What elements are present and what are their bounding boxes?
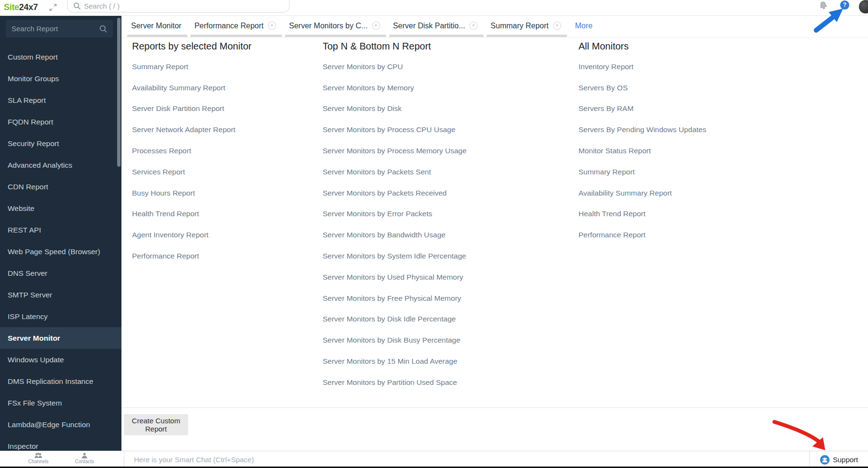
sidebar-item[interactable]: DMS Replication Instance [0,370,121,392]
sidebar-item[interactable]: FQDN Report [0,111,121,133]
sidebar-item[interactable]: SMTP Server [0,284,121,306]
report-link[interactable]: Availability Summary Report [579,183,706,204]
notification-bell-icon[interactable] [818,0,829,11]
sidebar-item[interactable]: Custom Report [0,46,121,68]
sidebar-item[interactable]: SLA Report [0,89,121,111]
sidebar-item-label: ISP Latency [8,312,48,321]
report-link[interactable]: Server Monitors by Disk Busy Percentage [323,330,467,351]
bottom-bar: Channels Contacts Support [0,451,868,468]
global-search-input[interactable] [84,0,276,11]
sidebar-item[interactable]: Inspector [0,435,121,451]
report-link[interactable]: Performance Report [579,224,706,246]
report-link[interactable]: Monitor Status Report [579,140,706,161]
sidebar-search-box [6,20,113,37]
sidebar-item-label: Security Report [8,139,59,148]
sidebar-item[interactable]: Security Report [0,133,121,154]
create-custom-report-button[interactable]: Create Custom Report [124,414,188,435]
report-link[interactable]: Server Monitors by Bandwidth Usage [323,224,467,246]
help-icon[interactable]: ? [840,0,849,10]
report-link[interactable]: Server Monitors by Partition Used Space [323,372,467,393]
column-title: Reports by selected Monitor [132,41,252,52]
report-link[interactable]: Performance Report [132,246,252,267]
column-title: All Monitors [579,41,706,52]
report-link[interactable]: Server Monitors by Disk [323,99,467,120]
report-tab[interactable]: Server Monitor [127,16,187,37]
user-avatar[interactable] [859,0,868,13]
tab-close-icon[interactable]: ✕ [372,22,380,30]
contacts-label: Contacts [75,459,94,464]
report-link[interactable]: Inventory Report [579,56,706,77]
column-title: Top N & Bottom N Report [323,41,467,52]
sidebar-item-label: FSx File System [8,399,62,407]
report-tab[interactable]: Server Monitors by C... ✕ [285,16,386,37]
report-link[interactable]: Server Monitors by Disk Idle Percentage [323,309,467,330]
report-link[interactable]: Busy Hours Report [132,183,252,204]
sidebar-item[interactable]: DNS Server [0,262,121,284]
sidebar-item-label: Monitor Groups [8,74,59,83]
report-link[interactable]: Server Monitors by System Idle Percentag… [323,246,467,267]
report-link[interactable]: Server Monitors by Used Physical Memory [323,267,467,288]
contacts-shortcut[interactable]: Contacts [69,452,100,464]
smart-chat-bar [124,451,810,468]
report-link[interactable]: Availability Summary Report [132,77,252,99]
report-link[interactable]: Server Monitors by Free Physical Memory [323,288,467,309]
smart-chat-input[interactable] [134,456,776,464]
sidebar-item[interactable]: Web Page Speed (Browser) [0,241,121,262]
logo-text-green: Site [4,2,19,12]
tab-close-icon[interactable]: ✕ [553,22,561,30]
report-link[interactable]: Health Trend Report [579,204,706,225]
report-link[interactable]: Summary Report [132,56,252,77]
report-link[interactable]: Server Disk Partition Report [132,99,252,120]
support-headset-icon [820,455,830,465]
sidebar-item[interactable]: Advanced Analytics [0,154,121,176]
channels-label: Channels [28,459,48,464]
report-tab[interactable]: Performance Report ✕ [191,16,282,37]
report-link[interactable]: Health Trend Report [132,204,252,225]
report-link[interactable]: Servers By RAM [579,99,706,120]
sidebar-item[interactable]: Website [0,197,121,219]
report-link[interactable]: Server Monitors by 15 Min Load Average [323,351,467,372]
report-link[interactable]: Server Monitors by Memory [323,77,467,99]
report-link[interactable]: Agent Inventory Report [132,224,252,246]
support-button[interactable]: Support [810,451,868,468]
channels-shortcut[interactable]: Channels [23,452,54,464]
report-tab[interactable]: Summary Report ✕ [487,16,567,37]
report-link[interactable]: Server Monitors by Packets Received [323,183,467,204]
logo-text-dark: 24x7 [19,2,38,12]
sidebar-item[interactable]: Monitor Groups [0,68,121,89]
site24x7-logo[interactable]: Site24x7 [4,2,38,12]
report-link[interactable]: Services Report [132,161,252,183]
sidebar-item[interactable]: Server Monitor [0,327,121,349]
sidebar-item[interactable]: CDN Report [0,176,121,197]
report-link[interactable]: Processes Report [132,140,252,161]
report-link[interactable]: Server Monitors by CPU [323,56,467,77]
content-divider [121,407,868,408]
tab-label: Performance Report [194,22,264,30]
sidebar-item-label: Web Page Speed (Browser) [8,247,100,256]
report-link[interactable]: Server Monitors by Error Packets [323,204,467,225]
report-link[interactable]: Server Monitors by Process Memory Usage [323,140,467,161]
sidebar-item[interactable]: Lambda@Edge Function [0,414,121,435]
sidebar-item-label: SLA Report [8,96,46,105]
report-tab[interactable]: Server Disk Partitio... ✕ [389,16,483,37]
tab-close-icon[interactable]: ✕ [268,22,276,30]
report-search-input[interactable] [12,25,99,33]
report-link[interactable]: Server Monitors by Process CPU Usage [323,119,467,140]
report-link[interactable]: Summary Report [579,161,706,183]
report-link[interactable]: Servers By Pending Windows Updates [579,119,706,140]
expand-icon[interactable] [49,3,57,12]
sidebar-item[interactable]: Windows Update [0,349,121,370]
sidebar-scrollbar-thumb[interactable] [117,18,121,167]
tab-label: Summary Report [491,22,549,30]
tabs-more-link[interactable]: More [570,16,597,37]
report-link[interactable]: Servers By OS [579,77,706,99]
sidebar-item-label: Server Monitor [8,334,60,343]
sidebar-item[interactable]: REST API [0,219,121,241]
sidebar-item[interactable]: FSx File System [0,392,121,414]
sidebar-footer: Channels Contacts [0,451,124,468]
report-link[interactable]: Server Network Adapter Report [132,119,252,140]
tab-close-icon[interactable]: ✕ [470,22,478,30]
sidebar-item-label: Advanced Analytics [8,161,72,170]
sidebar-item[interactable]: ISP Latency [0,306,121,327]
report-link[interactable]: Server Monitors by Packets Sent [323,161,467,183]
